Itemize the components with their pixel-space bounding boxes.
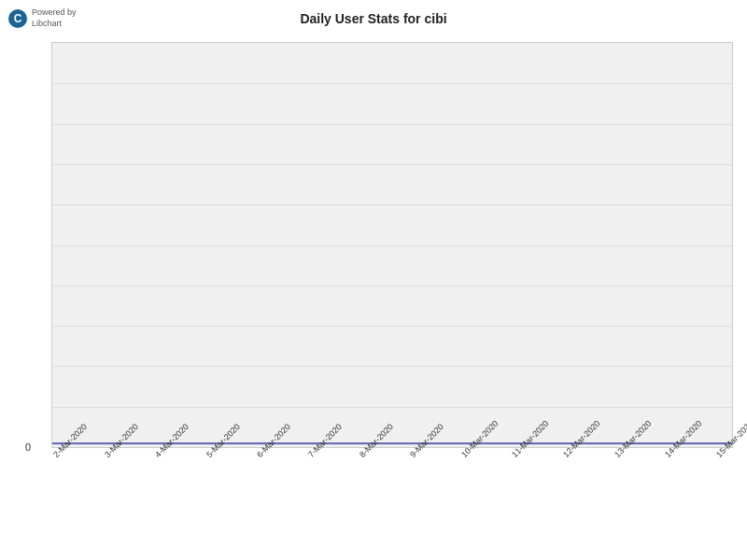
x-axis-labels: 2-Mar-2020 3-Mar-2020 4-Mar-2020 5-Mar-2… (51, 448, 733, 555)
y-axis-zero-label: 0 (25, 441, 31, 453)
chart-area (51, 42, 733, 448)
data-chart-svg (52, 43, 732, 447)
chart-title: Daily User Stats for cibi (0, 11, 747, 26)
